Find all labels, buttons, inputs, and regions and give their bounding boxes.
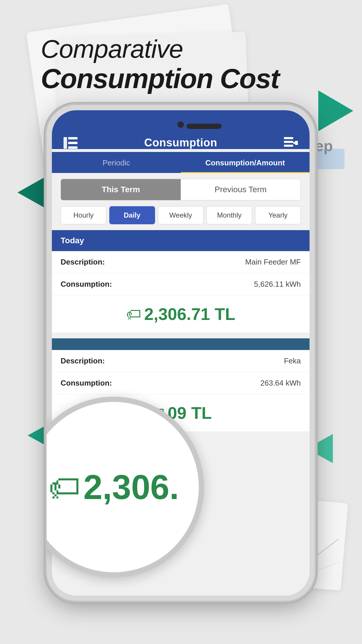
price-tag-icon-1: 🏷 [126, 305, 141, 323]
consumption-row-2: Consumption: 263.64 kWh [52, 372, 310, 394]
page-title-line1: Comparative [41, 35, 279, 63]
phone-speaker [187, 124, 222, 129]
price-display-1: 🏷 2,306.71 TL [52, 295, 310, 332]
description-value-2: Feka [284, 356, 301, 365]
term-selector: This Term Previous Term [61, 179, 301, 200]
description-label: Description: [61, 258, 105, 267]
description-label-2: Description: [61, 356, 105, 365]
svg-rect-8 [293, 142, 298, 144]
app-title: Consumption [144, 136, 217, 149]
period-monthly[interactable]: Monthly [206, 206, 252, 224]
sidebar-icon[interactable] [64, 137, 78, 149]
phone-camera [178, 121, 184, 128]
consumption-value-2: 263.64 kWh [260, 379, 301, 388]
app-header: Consumption [52, 110, 310, 149]
period-daily[interactable]: Daily [109, 206, 155, 224]
previous-term-button[interactable]: Previous Term [181, 179, 301, 200]
phone-mockup: Consumption Periodic Consumption/Amount [47, 105, 315, 601]
magnified-content: 🏷 2,306. [48, 467, 179, 507]
consumption-label: Consumption: [61, 280, 112, 289]
description-row-2: Description: Feka [52, 350, 310, 372]
period-selector: Hourly Daily Weekly Monthly Yearly [61, 206, 301, 224]
magnified-tag-icon: 🏷 [48, 469, 80, 506]
section1-header: Today [52, 230, 310, 251]
price-amount-2: 09 TL [168, 403, 212, 423]
svg-rect-5 [284, 141, 293, 143]
page-title-line2: Consumption Cost [41, 63, 279, 94]
app-tabs: Periodic Consumption/Amount [52, 152, 310, 173]
description-value: Main Feeder MF [245, 258, 301, 267]
page-title-area: Comparative Consumption Cost [41, 35, 279, 94]
period-yearly[interactable]: Yearly [255, 206, 301, 224]
consumption-label-2: Consumption: [61, 379, 112, 388]
consumption-value: 5,626.11 kWh [254, 280, 301, 289]
tab-periodic[interactable]: Periodic [52, 152, 181, 173]
consumption-row: Consumption: 5,626.11 kWh [52, 273, 310, 295]
description-row: Description: Main Feeder MF [52, 251, 310, 273]
svg-rect-3 [68, 146, 78, 149]
magnified-price: 2,306. [83, 467, 179, 507]
svg-rect-6 [284, 145, 293, 147]
svg-rect-0 [64, 137, 67, 149]
menu-plus-icon[interactable] [284, 137, 298, 149]
svg-rect-2 [68, 142, 78, 144]
section2-header [52, 338, 310, 350]
svg-rect-4 [284, 137, 293, 139]
period-hourly[interactable]: Hourly [61, 206, 106, 224]
triangle-decoration-1 [318, 90, 353, 131]
svg-rect-1 [68, 137, 78, 139]
tab-consumption-amount[interactable]: Consumption/Amount [181, 152, 310, 173]
price-amount-1: 2,306.71 TL [144, 304, 236, 324]
this-term-button[interactable]: This Term [61, 179, 181, 200]
period-weekly[interactable]: Weekly [158, 206, 204, 224]
